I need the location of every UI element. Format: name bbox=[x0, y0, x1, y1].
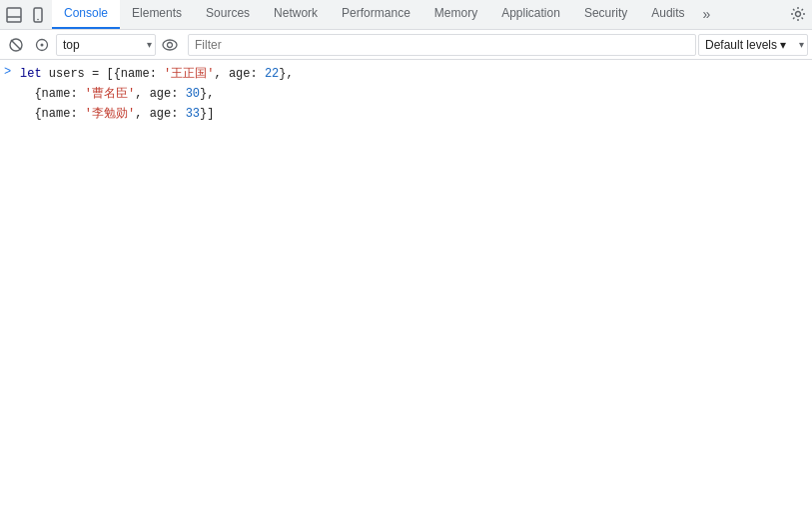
svg-point-10 bbox=[168, 42, 173, 47]
number-token: 30 bbox=[186, 87, 200, 101]
property-token: age: bbox=[150, 87, 186, 101]
tab-memory[interactable]: Memory bbox=[422, 0, 489, 29]
devtools-icons bbox=[0, 0, 52, 29]
devtools-settings-button[interactable] bbox=[784, 0, 812, 29]
svg-line-6 bbox=[11, 40, 21, 50]
tab-performance[interactable]: Performance bbox=[330, 0, 422, 29]
console-line: {name: '曹名臣', age: 30}, bbox=[0, 84, 812, 104]
tab-bar: Console Elements Sources Network Perform… bbox=[0, 0, 812, 30]
context-select-input[interactable]: top bbox=[56, 34, 156, 56]
tab-elements[interactable]: Elements bbox=[120, 0, 194, 29]
property-token: name: bbox=[42, 87, 85, 101]
string-token: '李勉勋' bbox=[85, 107, 135, 121]
number-token: 22 bbox=[265, 67, 279, 81]
tab-application[interactable]: Application bbox=[489, 0, 572, 29]
console-output: >let users = [{name: '王正国', age: 22}, {n… bbox=[0, 60, 812, 507]
console-line: {name: '李勉勋', age: 33}] bbox=[0, 104, 812, 124]
tab-console[interactable]: Console bbox=[52, 0, 120, 29]
bracket-token: { bbox=[114, 67, 121, 81]
bracket-token: { bbox=[20, 87, 42, 101]
console-toolbar: top ▾ Default levels ▾ ▾ bbox=[0, 30, 812, 60]
bracket-token: } bbox=[279, 67, 286, 81]
tab-sources[interactable]: Sources bbox=[194, 0, 262, 29]
number-token: 33 bbox=[186, 107, 200, 121]
property-token: age: bbox=[229, 67, 265, 81]
property-token: name: bbox=[42, 107, 85, 121]
more-tabs-button[interactable]: » bbox=[697, 0, 717, 29]
string-token: '王正国' bbox=[164, 67, 214, 81]
console-line: >let users = [{name: '王正国', age: 22}, bbox=[0, 64, 812, 84]
tab-audits[interactable]: Audits bbox=[639, 0, 696, 29]
context-selector[interactable]: top ▾ bbox=[56, 34, 156, 56]
property-token: name: bbox=[121, 67, 164, 81]
comma-token: , bbox=[135, 87, 149, 101]
console-code: {name: '李勉勋', age: 33}] bbox=[20, 105, 214, 123]
keyword-token: let bbox=[20, 67, 49, 81]
tab-security[interactable]: Security bbox=[572, 0, 639, 29]
comma-token: , bbox=[207, 87, 214, 101]
eye-button[interactable] bbox=[158, 33, 182, 57]
log-levels-selector[interactable]: Default levels ▾ ▾ bbox=[698, 34, 808, 56]
tab-network[interactable]: Network bbox=[262, 0, 330, 29]
comma-token: , bbox=[287, 67, 294, 81]
varname-token: users bbox=[49, 67, 85, 81]
string-token: '曹名臣' bbox=[85, 87, 135, 101]
preserve-log-button[interactable] bbox=[30, 33, 54, 57]
svg-point-3 bbox=[37, 18, 39, 20]
log-levels-select-input[interactable]: Default levels ▾ bbox=[698, 34, 808, 56]
console-code: {name: '曹名臣', age: 30}, bbox=[20, 85, 214, 103]
console-code: let users = [{name: '王正国', age: 22}, bbox=[20, 65, 294, 83]
svg-point-9 bbox=[163, 40, 177, 50]
property-token: age: bbox=[150, 107, 186, 121]
clear-console-button[interactable] bbox=[4, 33, 28, 57]
bracket-token: }] bbox=[200, 107, 214, 121]
comma-token: , bbox=[135, 107, 149, 121]
console-prompt: > bbox=[4, 65, 16, 79]
svg-rect-0 bbox=[7, 8, 21, 22]
comma-token: , bbox=[214, 67, 228, 81]
svg-point-8 bbox=[41, 43, 44, 46]
svg-point-4 bbox=[796, 12, 801, 17]
mobile-icon[interactable] bbox=[28, 5, 48, 25]
operator-token: = [ bbox=[85, 67, 114, 81]
bracket-token: { bbox=[20, 107, 42, 121]
filter-input[interactable] bbox=[188, 34, 696, 56]
dock-icon[interactable] bbox=[4, 5, 24, 25]
